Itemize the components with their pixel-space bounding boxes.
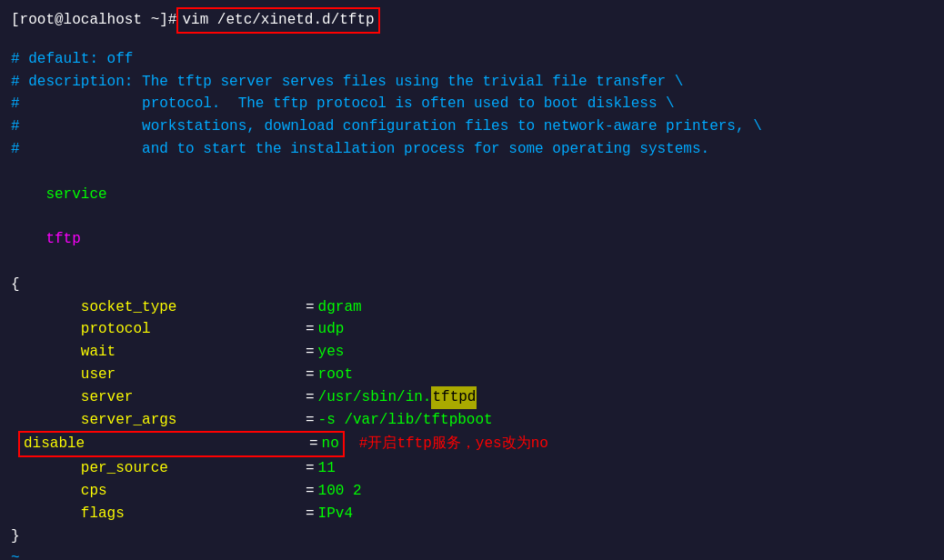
val-disable: no — [322, 433, 339, 455]
key-wait: wait — [11, 341, 302, 364]
config-disable: disable = no #开启tftp服务，yes改为no — [11, 431, 933, 457]
prompt-line: [root@localhost ~]# vim /etc/xinetd.d/tf… — [11, 7, 933, 34]
service-line: service tftp — [11, 161, 933, 274]
config-cps: cps = 100 2 — [11, 480, 933, 503]
config-user: user = root — [11, 364, 933, 386]
prompt-text: [root@localhost ~]# — [11, 9, 176, 32]
val-socket-type: dgram — [318, 296, 362, 319]
config-server: server = /usr/sbin/in.tftpd — [11, 386, 933, 409]
val-wait: yes — [318, 341, 345, 364]
key-server: server — [11, 386, 302, 409]
key-cps: cps — [11, 480, 302, 503]
service-keyword: service — [45, 186, 106, 203]
config-per-source: per_source = 11 — [11, 457, 933, 480]
key-socket-type: socket_type — [11, 296, 302, 319]
val-per-source: 11 — [318, 457, 336, 480]
key-flags: flags — [11, 503, 302, 525]
key-disable: disable — [24, 433, 306, 455]
val-flags: IPv4 — [318, 503, 353, 525]
val-server-highlight: tftpd — [431, 386, 477, 409]
comment-desc4: # and to start the installation process … — [11, 138, 933, 161]
config-server-args: server_args = -s /var/lib/tftpboot — [11, 409, 933, 432]
key-per-source: per_source — [11, 457, 302, 480]
comment-default: # default: off — [11, 48, 933, 71]
disable-comment: #开启tftp服务，yes改为no — [359, 433, 548, 455]
config-flags: flags = IPv4 — [11, 503, 933, 525]
comment-desc2: # protocol. The tftp protocol is often u… — [11, 93, 933, 115]
close-brace: } — [11, 525, 933, 548]
val-server-args: -s /var/lib/tftpboot — [318, 409, 493, 432]
command-box: vim /etc/xinetd.d/tftp — [176, 7, 379, 34]
val-protocol: udp — [318, 318, 345, 341]
val-cps: 100 2 — [318, 480, 362, 503]
terminal-window: [root@localhost ~]# vim /etc/xinetd.d/tf… — [11, 7, 933, 553]
disable-box: disable = no — [18, 431, 345, 457]
config-protocol: protocol = udp — [11, 318, 933, 341]
key-protocol: protocol — [11, 318, 302, 341]
tilde-1: ~ — [11, 547, 933, 560]
val-user: root — [318, 364, 353, 386]
key-server-args: server_args — [11, 409, 302, 432]
comment-desc3: # workstations, download configuration f… — [11, 115, 933, 138]
config-socket-type: socket_type = dgram — [11, 296, 933, 319]
comment-desc1: # description: The tftp server serves fi… — [11, 71, 933, 94]
open-brace: { — [11, 274, 933, 296]
config-wait: wait = yes — [11, 341, 933, 364]
val-server-prefix: /usr/sbin/in. — [318, 386, 432, 409]
service-name: tftp — [45, 231, 80, 247]
key-user: user — [11, 364, 302, 386]
